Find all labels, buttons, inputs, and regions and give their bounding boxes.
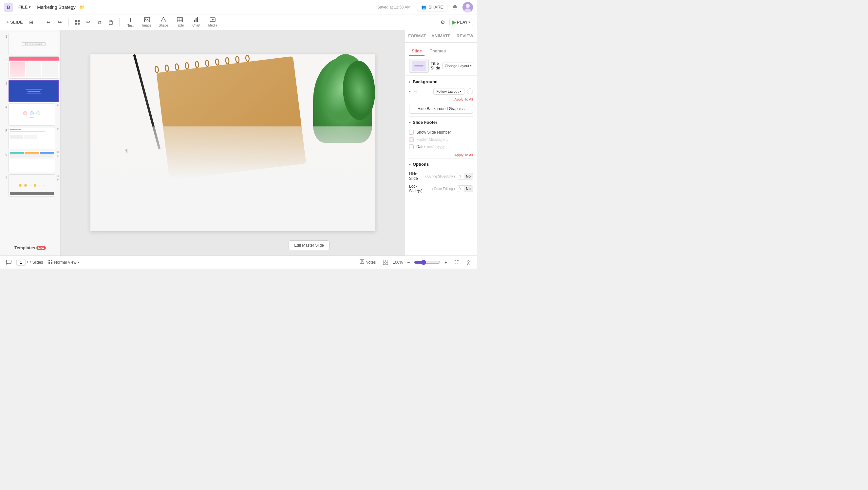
lock-slide-toggle[interactable]: Y No — [457, 185, 473, 192]
slide-thumbnail-6[interactable] — [8, 151, 55, 173]
cut-button[interactable]: ✂ — [83, 17, 94, 28]
show-slide-number-checkbox[interactable] — [409, 130, 414, 134]
slide-type-label: Title Slide — [431, 61, 440, 70]
user-avatar[interactable] — [463, 2, 473, 12]
slide-item-5[interactable]: 5 Marketing Strategy ⊕ — [1, 127, 59, 149]
hide-slide-toggle-no[interactable]: No — [464, 173, 473, 179]
lock-slide-toggle-no[interactable]: No — [464, 186, 473, 192]
notification-icon[interactable] — [450, 2, 460, 12]
fullscreen-button[interactable] — [452, 258, 461, 267]
insert-image-button[interactable]: Image — [139, 16, 155, 29]
themes-tab[interactable]: Themes — [427, 47, 448, 56]
slide-item-7[interactable]: 7 ⊟ ⊕ — [1, 174, 59, 196]
slide-thumbnail-2[interactable] — [8, 56, 59, 79]
slide-item-1[interactable]: 1 State your marketing goals — [1, 33, 59, 55]
footer-apply-to-all-link[interactable]: Apply To All — [405, 152, 477, 158]
right-panel-content: Slide Themes Title Slide Change Layout ▾ — [405, 42, 477, 255]
svg-rect-30 — [383, 260, 385, 262]
slide-themes-tabs: Slide Themes — [405, 45, 477, 56]
redo-button[interactable]: ↪ — [55, 17, 65, 28]
edit-master-slide-button[interactable]: Edit Master Slide — [288, 240, 330, 250]
play-chevron: ▾ — [468, 20, 470, 24]
tab-animate[interactable]: ANIMATE — [429, 30, 453, 42]
date-checkbox[interactable] — [409, 145, 414, 149]
layout-button[interactable] — [72, 17, 83, 28]
slide-tab[interactable]: Slide — [409, 47, 425, 56]
copy-button[interactable]: ⧉ — [94, 17, 105, 28]
chart-icon — [193, 17, 199, 23]
slide-view-button[interactable]: ⊞ — [26, 17, 37, 28]
share-icon: 👥 — [421, 5, 427, 9]
show-slide-number-label: Show Slide Number — [416, 130, 451, 134]
bottom-bar: / 7 Slides Normal View ▾ Notes 100% − + — [0, 255, 477, 269]
zoom-in-button[interactable]: + — [442, 259, 450, 266]
slide-6-plus[interactable]: ⊕ — [56, 154, 59, 157]
chat-icon-button[interactable] — [4, 257, 14, 267]
tab-review[interactable]: REVIEW — [453, 30, 477, 42]
share-button[interactable]: 👥 SHARE — [417, 3, 447, 11]
insert-table-button[interactable]: Table — [172, 16, 188, 29]
accessibility-button[interactable] — [464, 258, 473, 267]
file-menu-btn[interactable]: FILE ▾ — [16, 3, 33, 11]
insert-shape-button[interactable]: Shape — [156, 16, 172, 29]
options-arrow[interactable]: ▸ — [409, 162, 411, 166]
slide-6-layericon[interactable]: ⊟ — [56, 151, 59, 154]
slide-thumbnail-5[interactable]: Marketing Strategy — [8, 127, 55, 149]
insert-media-button[interactable]: Media — [205, 16, 220, 29]
app-logo: B — [4, 3, 13, 12]
fill-info-button[interactable]: i — [467, 88, 473, 94]
slide-7-layericon[interactable]: ⊟ — [56, 174, 59, 178]
footer-arrow[interactable]: ▸ — [409, 121, 411, 124]
slide-thumbnail-1[interactable]: State your marketing goals — [8, 33, 59, 55]
top-bar: B FILE ▾ Marketing Strategy 📁 Saved at 1… — [0, 0, 477, 14]
templates-button[interactable]: Templates New — [1, 243, 59, 253]
slide-5-plus[interactable]: ⊕ — [56, 127, 59, 130]
hide-slide-label: Hide Slide — [409, 172, 424, 181]
zoom-area: 100% − + — [393, 259, 450, 266]
zoom-out-button[interactable]: − — [405, 259, 412, 266]
slide-item-2[interactable]: 2 — [1, 56, 59, 79]
fill-dropdown[interactable]: Follow Layout ▾ — [433, 88, 464, 95]
tab-format[interactable]: FORMAT — [405, 30, 429, 42]
svg-rect-4 — [78, 20, 80, 22]
add-slide-button[interactable]: + SLIDE — [4, 17, 26, 28]
slide-item-6[interactable]: 6 ⊟ ⊕ — [1, 151, 59, 173]
svg-rect-17 — [194, 20, 195, 22]
slide-4-plus[interactable]: ⊕ — [56, 103, 59, 107]
settings-button[interactable]: ⚙ — [438, 17, 448, 28]
lock-slide-toggle-yes[interactable]: Y — [457, 186, 463, 192]
notes-button[interactable]: Notes — [357, 258, 378, 266]
slide-canvas[interactable] — [90, 54, 375, 231]
svg-rect-12 — [177, 18, 182, 22]
hide-slide-toggle-yes[interactable]: Y — [457, 174, 463, 179]
zoom-slider[interactable] — [414, 260, 440, 265]
slide-thumbnail-7[interactable] — [8, 174, 55, 196]
footer-section-header: ▸ Slide Footer — [405, 117, 477, 127]
paste-button[interactable] — [105, 17, 116, 28]
hide-slide-toggle[interactable]: Y No — [457, 173, 473, 180]
media-icon — [210, 17, 216, 23]
background-arrow[interactable]: ▸ — [409, 80, 411, 84]
main-toolbar: + SLIDE ⊞ ↩ ↪ ✂ ⧉ T Text Image — [0, 14, 477, 30]
insert-text-button[interactable]: T Text — [123, 16, 138, 29]
slide-number-input[interactable] — [17, 259, 26, 266]
view-mode-button[interactable]: Normal View ▾ — [45, 258, 82, 266]
hide-background-graphics-button[interactable]: Hide Background Graphics — [409, 104, 473, 114]
document-title[interactable]: Marketing Strategy — [37, 5, 76, 10]
undo-button[interactable]: ↩ — [43, 17, 54, 28]
play-button[interactable]: ▶ PLAY ▾ — [450, 18, 473, 26]
slide-7-plus[interactable]: ⊕ — [56, 178, 59, 181]
date-sub-label: mm/dd/yyyy — [427, 145, 444, 149]
insert-chart-button[interactable]: Chart — [188, 16, 204, 29]
slide-thumbnail-4[interactable]: metrics — [8, 103, 55, 126]
image-icon — [144, 17, 150, 23]
svg-rect-31 — [386, 260, 388, 262]
slide-item-3[interactable]: 3 — [1, 80, 59, 102]
slide-thumbnail-3[interactable] — [8, 80, 59, 102]
apply-to-all-link[interactable]: Apply To All — [405, 97, 477, 102]
footer-message-row: Footer Message... — [405, 136, 477, 143]
grid-button[interactable] — [381, 258, 390, 267]
footer-message-checkbox[interactable] — [409, 137, 414, 142]
change-layout-button[interactable]: Change Layout ▾ — [442, 63, 475, 69]
slide-item-4[interactable]: 4 metrics ⊕ — [1, 103, 59, 126]
